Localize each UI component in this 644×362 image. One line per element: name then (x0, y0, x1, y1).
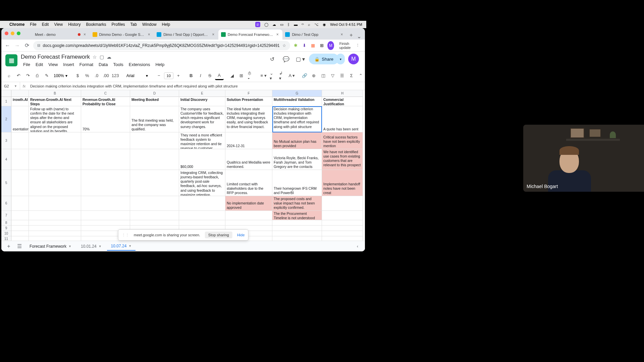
status-control-icon[interactable]: ⌥ (314, 22, 319, 27)
all-sheets-button[interactable]: ☰ (15, 242, 24, 251)
col-header-D[interactable]: D (130, 90, 179, 97)
app-name[interactable]: Chrome (9, 22, 24, 27)
wrap-button[interactable]: ↲ ▾ (278, 71, 287, 80)
cell[interactable] (130, 220, 179, 226)
cell[interactable]: No implementation date approved (225, 196, 272, 211)
strike-button[interactable]: S (206, 71, 214, 80)
cell[interactable] (272, 220, 322, 226)
tab-salesforce1[interactable]: Dimo / Test Opp | Opportuni × (154, 29, 218, 40)
menu-help[interactable]: Help (162, 22, 170, 27)
sheets-logo-icon[interactable]: ▦ (5, 54, 17, 66)
undo-button[interactable]: ↶ (14, 71, 23, 80)
cell[interactable] (29, 149, 81, 170)
chart-button[interactable]: ◫ (319, 71, 328, 80)
col-header-G[interactable]: G (272, 90, 322, 97)
cell[interactable] (11, 220, 29, 226)
meet-icon[interactable]: ▢ ▾ (295, 54, 306, 64)
row-header-5[interactable]: 5 (1, 170, 11, 196)
cell[interactable]: We have not identified use cases from ex… (322, 149, 363, 170)
site-info-icon[interactable]: ⊟ (37, 43, 40, 48)
halign-button[interactable]: ≡ ▾ (259, 71, 268, 80)
ext-2-icon[interactable]: ⬇ (302, 42, 308, 50)
close-window-button[interactable] (5, 32, 8, 35)
sheets-menu-edit[interactable]: Edit (33, 61, 45, 68)
cell[interactable] (29, 170, 81, 196)
cell[interactable]: Integrating CRM, collecting journey-base… (179, 170, 225, 196)
close-tab-icon[interactable]: × (147, 32, 151, 37)
status-search-icon[interactable]: ⌕ (308, 22, 310, 26)
cell[interactable] (11, 231, 29, 236)
cell[interactable]: No Mutual actuion plan has been provided (272, 132, 322, 149)
status-siri-icon[interactable]: ◉ (323, 22, 326, 27)
cell[interactable] (179, 220, 225, 226)
cell[interactable] (272, 226, 322, 231)
status-datetime[interactable]: Wed Oct 9 4:51 PM (330, 22, 362, 26)
cell[interactable]: 70% (81, 106, 130, 132)
row-header-10[interactable]: 10 (1, 231, 11, 236)
status-loom-icon[interactable]: ◯ (264, 22, 268, 27)
comments-icon[interactable]: 💬 (281, 54, 291, 64)
sheet-tab-2[interactable]: 10.07.24▼ (107, 242, 136, 251)
extensions-icon[interactable]: ⊞ (319, 42, 325, 50)
cell[interactable] (11, 211, 29, 220)
tab-dropdown-icon[interactable]: ⌄ (356, 33, 362, 40)
cell[interactable] (225, 211, 272, 220)
fillcolor-button[interactable]: ◢ (228, 71, 236, 80)
cell[interactable]: The ideal future state includes integrat… (225, 106, 272, 132)
cell[interactable] (29, 132, 81, 149)
cell[interactable] (29, 211, 81, 220)
menu-file[interactable]: File (30, 22, 36, 27)
italic-button[interactable]: I (196, 71, 205, 80)
dec-increase-button[interactable]: .00 (102, 71, 110, 80)
add-sheet-button[interactable]: + (4, 242, 13, 251)
cell[interactable]: Qualtrics and Medallia were mentioned. (225, 149, 272, 170)
cell[interactable] (29, 196, 81, 211)
cell[interactable]: Their homegrown IFS CRM and PowerBI (272, 170, 322, 196)
cell-selected[interactable]: Decision making criterion includes integ… (272, 106, 322, 132)
cell[interactable] (322, 236, 363, 241)
menu-view[interactable]: View (54, 22, 63, 27)
sheets-menu-tools[interactable]: Tools (111, 61, 125, 68)
cloud-status-icon[interactable]: ☁ (107, 54, 111, 60)
sheets-menu-help[interactable]: Help (153, 61, 167, 68)
new-tab-button[interactable]: + (347, 31, 356, 40)
sheets-menu-file[interactable]: File (21, 61, 33, 68)
cell[interactable] (11, 132, 29, 149)
menu-tab[interactable]: Tab (130, 22, 137, 27)
cell[interactable] (11, 149, 29, 170)
cell[interactable] (29, 226, 81, 231)
cell[interactable] (29, 220, 81, 226)
status-screenshare-icon[interactable]: ⎚ (255, 22, 260, 27)
share-button[interactable]: 🔒 Share (309, 54, 339, 64)
col-header[interactable] (11, 90, 29, 97)
row-header-9[interactable]: 9 (1, 226, 11, 231)
star-icon[interactable]: ☆ (93, 54, 97, 60)
valign-button[interactable]: ⌄ ▾ (269, 71, 277, 80)
close-tab-icon[interactable]: × (83, 32, 87, 37)
col-header-F[interactable]: F (225, 90, 272, 97)
cell[interactable] (322, 211, 363, 220)
cell[interactable]: Revenue-Growth.AI Probability to Close (81, 97, 130, 106)
cell[interactable] (81, 220, 130, 226)
cell[interactable] (29, 236, 81, 241)
percent-button[interactable]: % (83, 71, 92, 80)
cell[interactable] (81, 196, 130, 211)
functions-button[interactable]: Σ (347, 71, 356, 80)
menu-profiles[interactable]: Profiles (112, 22, 125, 27)
dec-decrease-button[interactable]: .0 (92, 71, 101, 80)
cell[interactable] (11, 236, 29, 241)
select-all-corner[interactable] (1, 90, 11, 97)
cell[interactable]: Commercial Justification (322, 97, 363, 106)
row-header-1[interactable]: 1 (1, 97, 11, 106)
cell[interactable] (11, 196, 29, 211)
sheet-tab-main[interactable]: Forecast Framework▼ (25, 242, 75, 250)
currency-button[interactable]: $ (73, 71, 82, 80)
sheet-tab-1[interactable]: 10.01.24▼ (77, 242, 106, 250)
cell[interactable]: esentation (11, 106, 29, 132)
status-date-icon[interactable]: ▭ (280, 22, 283, 27)
merge-button[interactable]: ⫛ ▾ (247, 71, 255, 80)
close-tab-icon[interactable]: × (275, 32, 280, 37)
paintformat-button[interactable]: ✎ (42, 71, 51, 80)
sheets-menu-insert[interactable]: Insert (61, 61, 76, 68)
tab-salesforce2[interactable]: Dimo / Test Opp × (282, 29, 347, 40)
